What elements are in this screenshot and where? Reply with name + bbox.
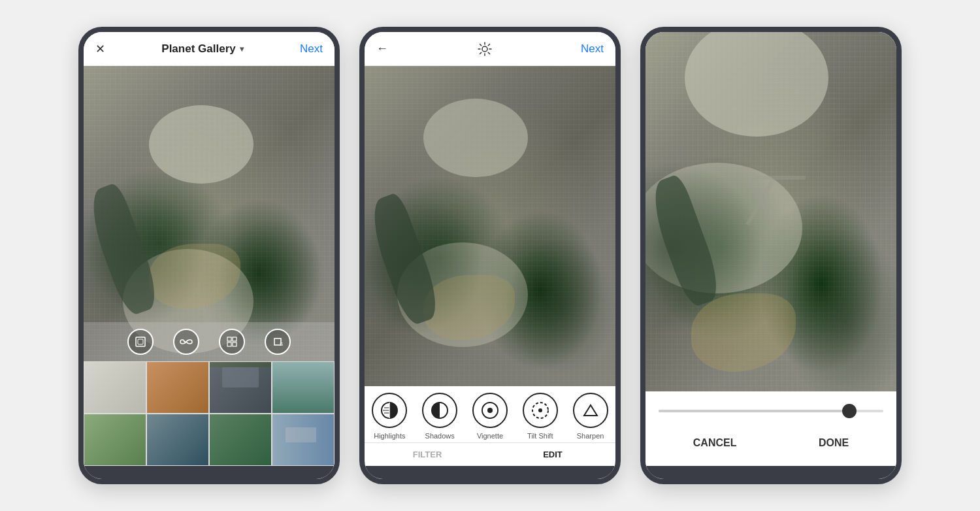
edit-tab[interactable]: EDIT xyxy=(490,443,615,466)
frame-tool-button[interactable] xyxy=(127,329,154,355)
svg-line-15 xyxy=(488,44,489,45)
tilt-shift-icon-circle xyxy=(523,393,558,428)
svg-line-13 xyxy=(480,44,481,45)
phone-slider: CANCEL DONE xyxy=(640,27,902,484)
phone3-bottom-bar xyxy=(645,466,896,479)
done-button[interactable]: DONE xyxy=(799,431,868,455)
back-icon[interactable]: ← xyxy=(376,42,388,56)
vignette-tool[interactable]: Vignette xyxy=(472,393,508,440)
svg-line-16 xyxy=(480,52,481,54)
satellite-image-2 xyxy=(365,66,615,386)
thumb-1[interactable] xyxy=(84,361,146,414)
image-toolbar-overlay: S xyxy=(84,322,335,361)
crop-tool-button[interactable]: S xyxy=(265,329,291,355)
phone-gallery: ✕ Planet Gallery ▾ Next xyxy=(78,27,340,484)
phone2-bottom-bar xyxy=(365,466,615,479)
slider-thumb[interactable] xyxy=(842,404,857,418)
edit-water-overlay xyxy=(365,66,615,386)
thumb-7[interactable] xyxy=(209,414,272,466)
svg-point-26 xyxy=(538,408,542,412)
edit-header: ← Next xyxy=(365,32,615,66)
slider-track[interactable] xyxy=(659,410,883,412)
slider-fill xyxy=(659,410,849,412)
svg-rect-4 xyxy=(227,342,231,346)
action-buttons: CANCEL DONE xyxy=(645,418,896,466)
thumb-img-1 xyxy=(84,362,146,413)
phone1-bottom-bar xyxy=(84,466,335,479)
svg-rect-5 xyxy=(233,342,237,346)
highlights-label: Highlights xyxy=(374,432,405,440)
thumb-img-6 xyxy=(147,414,208,465)
svg-point-8 xyxy=(482,46,487,52)
road-3 xyxy=(753,176,806,180)
svg-text:S: S xyxy=(280,341,283,347)
thumb-building xyxy=(222,367,259,387)
vignette-label: Vignette xyxy=(477,432,503,440)
edit-main-image xyxy=(365,66,615,386)
thumb-3[interactable] xyxy=(209,361,272,414)
tilt-shift-label: Tilt Shift xyxy=(527,432,553,440)
thumb-6[interactable] xyxy=(146,414,209,466)
gallery-next-button[interactable]: Next xyxy=(300,42,323,56)
edit-tools-bar: Highlights Shadows Vignette xyxy=(365,386,615,442)
gallery-title: Planet Gallery ▾ xyxy=(161,42,243,56)
dropdown-icon[interactable]: ▾ xyxy=(240,44,244,54)
gallery-main-image: S xyxy=(84,66,335,361)
infinity-tool-button[interactable] xyxy=(173,329,199,355)
vignette-icon-circle xyxy=(472,393,508,428)
sharpen-icon-circle xyxy=(573,393,608,428)
thumb-img-4 xyxy=(272,362,334,413)
thumb-5[interactable] xyxy=(84,414,146,466)
shadows-icon-circle xyxy=(422,393,457,428)
thumb-img-2 xyxy=(147,362,208,413)
thumb-2[interactable] xyxy=(146,361,209,414)
thumb-img-3 xyxy=(210,367,271,414)
svg-marker-27 xyxy=(584,405,597,416)
highlights-tool[interactable]: Highlights xyxy=(372,393,407,440)
thumb-img-5 xyxy=(84,414,146,465)
grid-tool-button[interactable] xyxy=(219,329,245,355)
satellite-image-3 xyxy=(645,32,896,391)
tilt-shift-tool[interactable]: Tilt Shift xyxy=(523,393,558,440)
svg-point-24 xyxy=(487,408,493,413)
gallery-title-text: Planet Gallery xyxy=(161,42,235,56)
slider-section xyxy=(645,391,896,418)
thumb-img-7 xyxy=(210,414,271,465)
sun-icon[interactable] xyxy=(478,42,492,56)
sharpen-tool[interactable]: Sharpen xyxy=(573,393,608,440)
filter-edit-tabs: FILTER EDIT xyxy=(365,442,615,466)
satellite-image-1 xyxy=(84,66,335,361)
cancel-button[interactable]: CANCEL xyxy=(674,431,757,455)
svg-rect-0 xyxy=(136,337,145,346)
filter-tab[interactable]: FILTER xyxy=(365,443,490,466)
thumbnail-grid xyxy=(84,361,335,466)
svg-rect-3 xyxy=(233,337,237,341)
gallery-header: ✕ Planet Gallery ▾ Next xyxy=(84,32,335,66)
slider-main-image xyxy=(645,32,896,391)
thumb-img-8 xyxy=(272,414,334,465)
highlights-icon-circle xyxy=(372,393,407,428)
svg-rect-1 xyxy=(138,339,143,344)
water-overlay xyxy=(84,66,335,361)
svg-line-14 xyxy=(488,52,489,54)
svg-rect-2 xyxy=(227,337,231,341)
shadows-label: Shadows xyxy=(425,432,455,440)
sharpen-label: Sharpen xyxy=(577,432,604,440)
edit-next-button[interactable]: Next xyxy=(581,42,604,56)
thumb-detail xyxy=(286,427,316,442)
thumb-4[interactable] xyxy=(272,361,335,414)
phone-edit: ← Next xyxy=(359,27,621,484)
thumb-8[interactable] xyxy=(272,414,335,466)
shadows-tool[interactable]: Shadows xyxy=(422,393,457,440)
close-icon[interactable]: ✕ xyxy=(95,42,105,56)
